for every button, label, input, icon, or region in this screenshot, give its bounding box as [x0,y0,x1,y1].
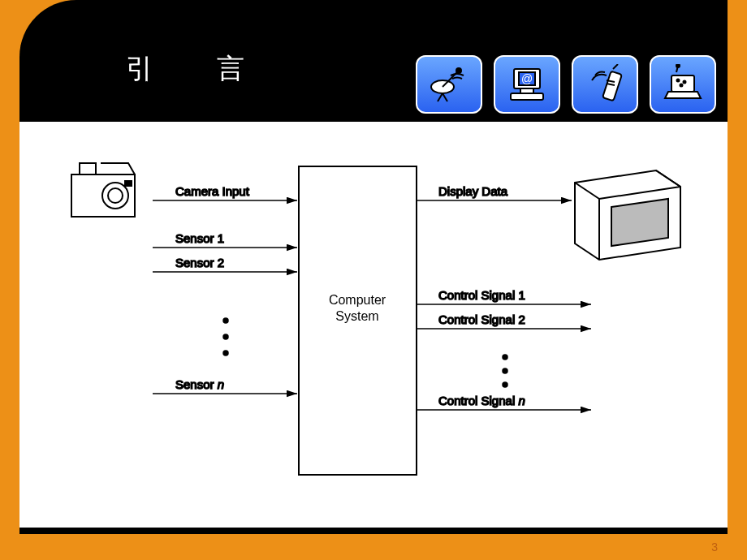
sensor2-label: Sensor 2 [175,256,224,269]
svg-line-27 [575,183,599,199]
page-number: 3 [711,541,718,554]
svg-rect-14 [671,75,694,92]
footer-bar [19,528,728,534]
svg-point-34 [503,382,507,387]
svg-rect-9 [511,93,543,100]
svg-point-29 [223,318,228,323]
sensorN-label: Sensor n [175,377,224,391]
svg-rect-24 [125,181,132,186]
svg-line-28 [599,187,680,199]
satellite-dish-icon [416,55,482,114]
computer-label-2: System [335,309,378,323]
svg-point-19 [680,84,683,87]
svg-point-32 [503,355,507,360]
svg-text:@: @ [521,72,533,85]
svg-point-17 [677,80,680,82]
svg-line-4 [443,93,447,101]
sensor1-label: Sensor 1 [175,231,224,245]
svg-line-25 [656,170,680,187]
svg-rect-21 [80,163,96,174]
control1-label: Control Signal 1 [438,288,525,302]
slide-title: 引 言 [126,50,262,88]
svg-point-33 [503,368,507,373]
svg-point-23 [108,188,123,203]
svg-point-18 [684,81,686,84]
control2-label: Control Signal 2 [438,312,525,326]
laptop-signal-icon [650,55,716,114]
svg-point-31 [223,351,228,355]
camera-input-label: Camera Input [175,184,250,198]
svg-line-11 [613,64,618,69]
svg-point-16 [676,64,680,67]
camera-icon [71,163,135,217]
svg-line-3 [438,93,443,101]
computer-at-icon: @ [494,55,560,114]
mobile-phone-icon [572,55,638,114]
svg-point-2 [456,68,461,73]
svg-point-30 [223,334,228,339]
display-data-label: Display Data [438,184,508,198]
system-diagram: Computer System Camera Input Sensor 1 Se… [55,142,705,499]
display-icon [575,170,680,260]
computer-label-1: Computer [329,293,386,307]
controlN-label: Control Signal n [438,394,525,407]
header-icon-row: @ [416,55,716,114]
